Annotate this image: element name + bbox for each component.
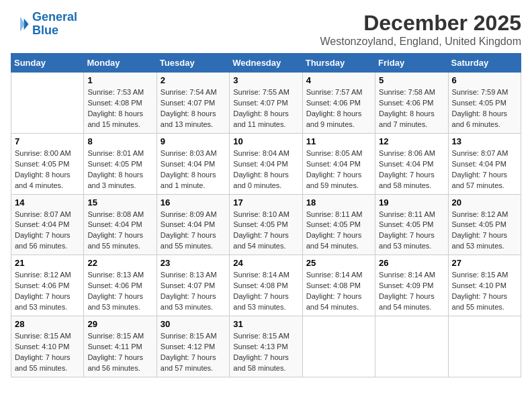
- calendar-cell: 2Sunrise: 7:54 AM Sunset: 4:07 PM Daylig…: [157, 73, 229, 134]
- day-number: 2: [161, 75, 226, 85]
- header-cell-monday: Monday: [84, 54, 157, 73]
- day-number: 8: [87, 136, 152, 146]
- calendar-cell: 13Sunrise: 8:07 AM Sunset: 4:04 PM Dayli…: [448, 133, 521, 194]
- day-info: Sunrise: 8:15 AM Sunset: 4:10 PM Dayligh…: [15, 331, 80, 374]
- calendar-cell: 24Sunrise: 8:14 AM Sunset: 4:08 PM Dayli…: [230, 255, 302, 316]
- day-number: 29: [87, 319, 152, 329]
- day-number: 13: [452, 136, 517, 146]
- calendar-cell: [448, 316, 521, 377]
- page-header: General Blue December 2025 Westonzoyland…: [11, 11, 521, 48]
- calendar-cell: 12Sunrise: 8:06 AM Sunset: 4:04 PM Dayli…: [375, 133, 448, 194]
- day-number: 14: [15, 197, 80, 208]
- day-info: Sunrise: 8:13 AM Sunset: 4:07 PM Dayligh…: [161, 270, 226, 313]
- calendar-cell: 7Sunrise: 8:00 AM Sunset: 4:05 PM Daylig…: [11, 133, 84, 194]
- day-info: Sunrise: 8:04 AM Sunset: 4:04 PM Dayligh…: [233, 148, 298, 191]
- calendar-header: SundayMondayTuesdayWednesdayThursdayFrid…: [11, 54, 521, 73]
- day-number: 11: [306, 136, 371, 146]
- day-number: 24: [233, 258, 298, 268]
- day-info: Sunrise: 8:09 AM Sunset: 4:04 PM Dayligh…: [161, 210, 226, 253]
- day-number: 10: [233, 136, 298, 146]
- calendar-row: 28Sunrise: 8:15 AM Sunset: 4:10 PM Dayli…: [11, 316, 521, 377]
- calendar-cell: 10Sunrise: 8:04 AM Sunset: 4:04 PM Dayli…: [230, 133, 302, 194]
- header-cell-tuesday: Tuesday: [157, 54, 229, 73]
- calendar-cell: 9Sunrise: 8:03 AM Sunset: 4:04 PM Daylig…: [157, 133, 229, 194]
- day-info: Sunrise: 8:15 AM Sunset: 4:11 PM Dayligh…: [87, 331, 152, 374]
- calendar-cell: 19Sunrise: 8:11 AM Sunset: 4:05 PM Dayli…: [375, 194, 448, 255]
- header-cell-wednesday: Wednesday: [230, 54, 302, 73]
- day-number: 30: [161, 319, 226, 329]
- logo: General Blue: [11, 11, 77, 38]
- calendar-body: 1Sunrise: 7:53 AM Sunset: 4:08 PM Daylig…: [11, 73, 521, 377]
- day-info: Sunrise: 7:59 AM Sunset: 4:05 PM Dayligh…: [452, 87, 517, 130]
- day-info: Sunrise: 7:54 AM Sunset: 4:07 PM Dayligh…: [161, 87, 226, 130]
- calendar-cell: 26Sunrise: 8:14 AM Sunset: 4:09 PM Dayli…: [375, 255, 448, 316]
- day-info: Sunrise: 8:14 AM Sunset: 4:08 PM Dayligh…: [233, 270, 298, 313]
- day-info: Sunrise: 8:05 AM Sunset: 4:04 PM Dayligh…: [306, 148, 371, 191]
- day-info: Sunrise: 8:13 AM Sunset: 4:06 PM Dayligh…: [87, 270, 152, 313]
- header-cell-sunday: Sunday: [11, 54, 84, 73]
- day-info: Sunrise: 8:07 AM Sunset: 4:04 PM Dayligh…: [452, 148, 517, 191]
- day-number: 31: [233, 319, 298, 329]
- title-block: December 2025 Westonzoyland, England, Un…: [320, 11, 521, 48]
- day-info: Sunrise: 8:00 AM Sunset: 4:05 PM Dayligh…: [15, 148, 80, 191]
- calendar-cell: 18Sunrise: 8:11 AM Sunset: 4:05 PM Dayli…: [302, 194, 375, 255]
- calendar-cell: 25Sunrise: 8:14 AM Sunset: 4:08 PM Dayli…: [302, 255, 375, 316]
- day-info: Sunrise: 7:55 AM Sunset: 4:07 PM Dayligh…: [233, 87, 298, 130]
- day-number: 17: [233, 197, 298, 208]
- calendar-cell: 11Sunrise: 8:05 AM Sunset: 4:04 PM Dayli…: [302, 133, 375, 194]
- calendar-cell: [375, 316, 448, 377]
- day-info: Sunrise: 8:12 AM Sunset: 4:05 PM Dayligh…: [452, 210, 517, 253]
- day-info: Sunrise: 8:15 AM Sunset: 4:12 PM Dayligh…: [161, 331, 226, 374]
- day-info: Sunrise: 8:08 AM Sunset: 4:04 PM Dayligh…: [87, 210, 152, 253]
- day-info: Sunrise: 8:01 AM Sunset: 4:05 PM Dayligh…: [87, 148, 152, 191]
- day-number: 23: [161, 258, 226, 268]
- day-number: 20: [452, 197, 517, 208]
- calendar-row: 21Sunrise: 8:12 AM Sunset: 4:06 PM Dayli…: [11, 255, 521, 316]
- day-info: Sunrise: 8:11 AM Sunset: 4:05 PM Dayligh…: [306, 210, 371, 253]
- calendar-cell: 29Sunrise: 8:15 AM Sunset: 4:11 PM Dayli…: [84, 316, 157, 377]
- calendar-cell: 3Sunrise: 7:55 AM Sunset: 4:07 PM Daylig…: [230, 73, 302, 134]
- calendar-row: 14Sunrise: 8:07 AM Sunset: 4:04 PM Dayli…: [11, 194, 521, 255]
- day-info: Sunrise: 8:14 AM Sunset: 4:09 PM Dayligh…: [379, 270, 444, 313]
- calendar-cell: 31Sunrise: 8:15 AM Sunset: 4:13 PM Dayli…: [230, 316, 302, 377]
- calendar-cell: 14Sunrise: 8:07 AM Sunset: 4:04 PM Dayli…: [11, 194, 84, 255]
- calendar-cell: 16Sunrise: 8:09 AM Sunset: 4:04 PM Dayli…: [157, 194, 229, 255]
- day-info: Sunrise: 8:03 AM Sunset: 4:04 PM Dayligh…: [161, 148, 226, 191]
- calendar-cell: 4Sunrise: 7:57 AM Sunset: 4:06 PM Daylig…: [302, 73, 375, 134]
- header-cell-friday: Friday: [375, 54, 448, 73]
- day-number: 21: [15, 258, 80, 268]
- calendar-row: 7Sunrise: 8:00 AM Sunset: 4:05 PM Daylig…: [11, 133, 521, 194]
- calendar-row: 1Sunrise: 7:53 AM Sunset: 4:08 PM Daylig…: [11, 73, 521, 134]
- day-number: 5: [379, 75, 444, 85]
- day-number: 6: [452, 75, 517, 85]
- day-number: 7: [15, 136, 80, 146]
- day-number: 16: [161, 197, 226, 208]
- day-info: Sunrise: 8:10 AM Sunset: 4:05 PM Dayligh…: [233, 210, 298, 253]
- calendar-cell: [11, 73, 84, 134]
- calendar-cell: 8Sunrise: 8:01 AM Sunset: 4:05 PM Daylig…: [84, 133, 157, 194]
- calendar-cell: 23Sunrise: 8:13 AM Sunset: 4:07 PM Dayli…: [157, 255, 229, 316]
- day-number: 19: [379, 197, 444, 208]
- day-number: 12: [379, 136, 444, 146]
- calendar-cell: 27Sunrise: 8:15 AM Sunset: 4:10 PM Dayli…: [448, 255, 521, 316]
- calendar-cell: 5Sunrise: 7:58 AM Sunset: 4:06 PM Daylig…: [375, 73, 448, 134]
- logo-text: General Blue: [32, 11, 77, 38]
- calendar-cell: 21Sunrise: 8:12 AM Sunset: 4:06 PM Dayli…: [11, 255, 84, 316]
- day-number: 4: [306, 75, 371, 85]
- page-title: December 2025: [320, 11, 521, 36]
- day-info: Sunrise: 8:11 AM Sunset: 4:05 PM Dayligh…: [379, 210, 444, 253]
- page-subtitle: Westonzoyland, England, United Kingdom: [320, 36, 521, 48]
- calendar-cell: 28Sunrise: 8:15 AM Sunset: 4:10 PM Dayli…: [11, 316, 84, 377]
- logo-icon: [11, 15, 30, 34]
- day-number: 1: [87, 75, 152, 85]
- day-info: Sunrise: 8:15 AM Sunset: 4:13 PM Dayligh…: [233, 331, 298, 374]
- calendar-cell: 30Sunrise: 8:15 AM Sunset: 4:12 PM Dayli…: [157, 316, 229, 377]
- day-number: 3: [233, 75, 298, 85]
- day-info: Sunrise: 7:53 AM Sunset: 4:08 PM Dayligh…: [87, 87, 152, 130]
- header-row: SundayMondayTuesdayWednesdayThursdayFrid…: [11, 54, 521, 73]
- day-number: 18: [306, 197, 371, 208]
- day-info: Sunrise: 8:14 AM Sunset: 4:08 PM Dayligh…: [306, 270, 371, 313]
- day-number: 28: [15, 319, 80, 329]
- header-cell-saturday: Saturday: [448, 54, 521, 73]
- day-number: 27: [452, 258, 517, 268]
